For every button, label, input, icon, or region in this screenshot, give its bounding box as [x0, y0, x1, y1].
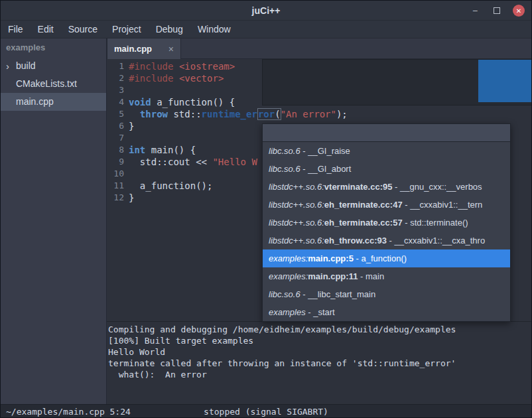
minimize-icon: −	[472, 5, 478, 16]
app-window: juCi++ − ✕ FileEditSourceProjectDebugWin…	[0, 0, 532, 418]
restore-button[interactable]	[491, 5, 503, 17]
menubar: FileEditSourceProjectDebugWindow	[1, 21, 531, 38]
window-title: juCi++	[252, 5, 281, 16]
line-number: 2	[107, 72, 124, 84]
menu-edit[interactable]: Edit	[31, 21, 61, 38]
code-text: #include <iostream>	[129, 60, 235, 72]
occurrence-box: ror(	[258, 109, 281, 119]
menu-window[interactable]: Window	[190, 21, 238, 38]
popup-search-entry[interactable]	[263, 124, 510, 142]
line-number: 1	[107, 60, 124, 72]
frame-location: main.cpp:11	[308, 271, 358, 281]
menu-project[interactable]: Project	[105, 21, 149, 38]
backtrace-frame[interactable]: libc.so.6 - __libc_start_main	[263, 285, 510, 303]
frame-symbol: - a_function()	[354, 253, 407, 263]
close-icon: ✕	[516, 7, 521, 15]
frame-module: libstdc++.so.6:	[269, 182, 324, 192]
debug-console[interactable]: Compiling and debugging /home/eidheim/ex…	[107, 321, 532, 404]
file-label: main.cpp	[16, 96, 54, 107]
frame-module: examples:	[269, 271, 308, 281]
line-number: 9	[107, 156, 124, 168]
console-line: [100%] Built target examples	[108, 335, 531, 346]
sidebar-header: examples	[1, 38, 106, 57]
backtrace-frame[interactable]: libstdc++.so.6:eh_terminate.cc:57 - std:…	[263, 214, 510, 232]
backtrace-popup: libc.so.6 - __GI_raiselibc.so.6 - __GI_a…	[262, 123, 511, 322]
line-number: 10	[107, 168, 124, 180]
window-controls: − ✕	[469, 1, 525, 21]
blue-panel	[478, 60, 532, 102]
code-text: }	[129, 120, 134, 132]
statusbar: ~/examples/main.cpp 5:24 stopped (signal…	[1, 404, 531, 418]
frame-symbol: - __cxxabiv1::__tern	[403, 200, 483, 210]
console-line: what(): An error	[108, 369, 531, 380]
line-number: 11	[107, 180, 124, 192]
frame-symbol: - std::terminate()	[403, 218, 468, 228]
frame-module: examples:	[269, 253, 308, 263]
frame-location: vterminate.cc:95	[324, 182, 393, 192]
frame-location: main.cpp:5	[308, 253, 354, 263]
tabbar: main.cpp ×	[107, 38, 532, 59]
backtrace-frame[interactable]: examples:main.cpp:5 - a_function()	[263, 249, 510, 267]
backtrace-frame[interactable]: libstdc++.so.6:vterminate.cc:95 - __gnu_…	[263, 178, 510, 196]
frame-location: eh_terminate.cc:47	[324, 200, 403, 210]
file-label: CMakeLists.txt	[16, 78, 77, 89]
tab-close-icon[interactable]: ×	[168, 44, 174, 54]
console-line: Compiling and debugging /home/eidheim/ex…	[108, 324, 531, 335]
file-label: build	[16, 60, 36, 71]
close-button[interactable]: ✕	[513, 5, 525, 17]
code-line[interactable]: 5 throw std::runtime_error("An error");	[107, 108, 532, 120]
frame-symbol: - __gnu_cxx::__verbos	[392, 182, 482, 192]
line-number: 6	[107, 120, 124, 132]
tooltip-panel	[262, 59, 532, 105]
code-text: a_function();	[129, 180, 212, 192]
code-text: }	[129, 192, 134, 204]
backtrace-frame[interactable]: libstdc++.so.6:eh_terminate.cc:47 - __cx…	[263, 196, 510, 214]
line-number: 12	[107, 192, 124, 204]
frame-location: eh_terminate.cc:57	[324, 218, 403, 228]
line-number: 7	[107, 132, 124, 144]
tab-main-cpp[interactable]: main.cpp ×	[107, 38, 181, 59]
sidebar-item-main-cpp[interactable]: main.cpp	[1, 93, 106, 111]
line-number: 8	[107, 144, 124, 156]
frame-symbol: - __GI_raise	[300, 146, 350, 156]
frame-location: eh_throw.cc:93	[324, 236, 387, 245]
backtrace-frame[interactable]: libstdc++.so.6:eh_throw.cc:93 - __cxxabi…	[263, 232, 510, 249]
frame-symbol: - main	[358, 271, 384, 281]
backtrace-frame[interactable]: examples - _start	[263, 303, 510, 321]
frame-module: libstdc++.so.6:	[269, 200, 324, 210]
backtrace-frame[interactable]: examples:main.cpp:11 - main	[263, 267, 510, 285]
frame-symbol: - __cxxabiv1::__cxa_thro	[387, 236, 485, 245]
status-debug-state: stopped (signal SIGABRT)	[1, 405, 531, 418]
line-number: 5	[107, 108, 124, 120]
console-line: Hello World	[108, 346, 531, 358]
frame-symbol: - __libc_start_main	[300, 289, 375, 299]
sidebar-item-cmakelists-txt[interactable]: CMakeLists.txt	[1, 75, 106, 93]
frame-module: libc.so.6	[269, 289, 300, 299]
file-tree: ›buildCMakeLists.txtmain.cpp	[1, 57, 106, 111]
frame-module: libc.so.6	[269, 146, 300, 156]
menu-source[interactable]: Source	[61, 21, 105, 38]
frame-module: libstdc++.so.6:	[269, 218, 324, 228]
sidebar-item-build[interactable]: ›build	[1, 57, 106, 75]
backtrace-frame[interactable]: libc.so.6 - __GI_raise	[263, 142, 510, 160]
sidebar: examples ›buildCMakeLists.txtmain.cpp	[1, 38, 107, 404]
tab-label: main.cpp	[114, 44, 165, 54]
expander-icon[interactable]: ›	[6, 57, 9, 75]
frame-symbol: - __GI_abort	[300, 164, 352, 174]
code-text: throw std::runtime_error("An error");	[129, 108, 348, 120]
code-text: int main() {	[129, 144, 196, 156]
code-text: void a_function() {	[129, 96, 235, 108]
backtrace-frame[interactable]: libc.so.6 - __GI_abort	[263, 160, 510, 178]
minimize-button[interactable]: −	[469, 5, 481, 17]
menu-debug[interactable]: Debug	[149, 21, 190, 38]
frame-symbol: - _start	[306, 307, 335, 317]
menu-file[interactable]: File	[1, 21, 31, 38]
backtrace-list: libc.so.6 - __GI_raiselibc.so.6 - __GI_a…	[263, 142, 510, 321]
frame-module: examples	[269, 307, 306, 317]
titlebar: juCi++ − ✕	[1, 1, 531, 21]
frame-module: libc.so.6	[269, 164, 300, 174]
code-text: std::cout << "Hello W	[129, 156, 257, 168]
console-line: terminate called after throwing an insta…	[108, 358, 531, 369]
frame-module: libstdc++.so.6:	[269, 236, 324, 245]
code-text: #include <vector>	[129, 72, 224, 84]
